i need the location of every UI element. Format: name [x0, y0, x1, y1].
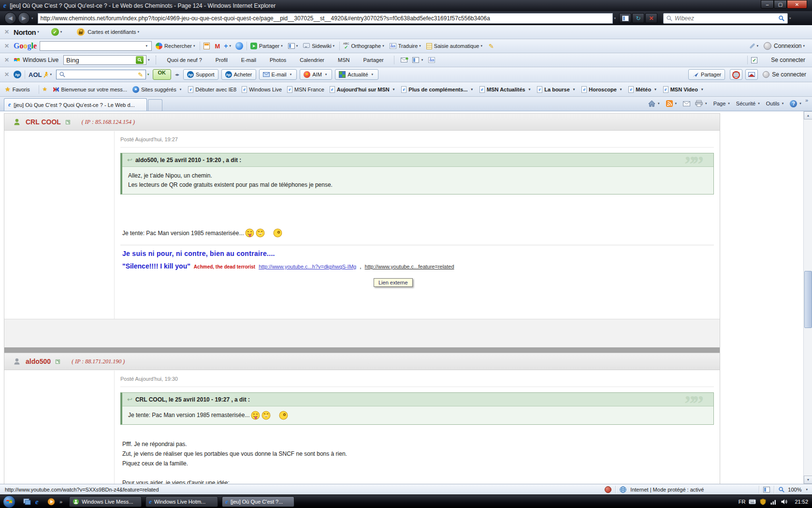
live-search-input[interactable]	[66, 57, 129, 64]
settings-caret[interactable]: ▾	[757, 44, 759, 48]
google-signin-caret[interactable]: ▾	[803, 44, 805, 48]
news-icon[interactable]	[203, 43, 210, 49]
add-gadget-caret[interactable]: ▾	[229, 44, 231, 48]
google-search-button[interactable]: Rechercher	[164, 43, 192, 49]
sidewiki-button[interactable]: Sidewiki	[312, 43, 331, 49]
read-mail-button[interactable]	[683, 97, 690, 110]
aol-mail-button[interactable]	[745, 69, 758, 80]
favorite-caret[interactable]: ▾	[654, 88, 656, 91]
settings-wrench-icon[interactable]	[749, 43, 755, 49]
aol-news-caret[interactable]: ▾	[372, 73, 374, 76]
feeds-button[interactable]: ▾	[666, 97, 679, 110]
aol-ok-button[interactable]: OK	[153, 69, 172, 80]
norton-close-icon[interactable]: ✕	[4, 29, 9, 35]
add-favorite-button[interactable]: ★	[43, 86, 47, 92]
live-link-whats-new[interactable]: Quoi de neuf ?	[167, 57, 202, 63]
close-button[interactable]: ✕	[787, 0, 807, 9]
hp-logo-icon[interactable]: hp	[14, 71, 21, 78]
favorite-item-addons[interactable]: ePlus de compléments...▾	[401, 86, 474, 93]
favorite-item-windows-live[interactable]: eWindows Live	[242, 86, 282, 93]
search-box[interactable]	[663, 13, 788, 24]
autofill-button[interactable]: Saisie automatique	[434, 43, 479, 49]
stop-button[interactable]: ✕	[645, 13, 657, 23]
scroll-down-button[interactable]: ▼	[804, 476, 812, 484]
share-icon[interactable]: ➤	[250, 43, 257, 49]
favorite-item-messenger[interactable]: Bienvenue sur votre mess...	[53, 86, 127, 93]
favorite-caret[interactable]: ▾	[393, 88, 395, 91]
aol-logo[interactable]: AOL	[29, 71, 42, 78]
spellcheck-caret[interactable]: ▾	[382, 44, 384, 48]
favorite-item-stocks[interactable]: eLa bourse▾	[537, 86, 576, 93]
active-tab[interactable]: e [jeu] Où Que C'est ? Quoi Qu'est-ce ? …	[4, 98, 147, 111]
compatibility-view-button[interactable]	[619, 13, 631, 23]
signature-link-1[interactable]: http://www.youtube.c...h?v=dkphwqS-IMg	[259, 264, 356, 269]
network-tray-icon[interactable]	[770, 498, 777, 505]
scroll-up-button[interactable]: ▲	[804, 111, 812, 120]
live-search-box[interactable]	[63, 55, 146, 65]
identity-safe-caret[interactable]: ▾	[138, 30, 140, 34]
zoom-magnifier-icon[interactable]	[778, 486, 785, 493]
aol-close-icon[interactable]: ✕	[4, 71, 9, 78]
highlighter-icon[interactable]: ✎	[489, 43, 494, 50]
favorite-caret[interactable]: ▾	[529, 88, 531, 91]
maximize-button[interactable]: ▢	[774, 0, 787, 9]
scrollbar-thumb[interactable]	[804, 271, 812, 328]
signature-link-2[interactable]: http://www.youtube.c...feature=related	[365, 264, 454, 269]
aol-blocker-button[interactable]	[730, 69, 742, 80]
live-translate-icon[interactable]: åa	[428, 57, 435, 63]
favorite-item-weather[interactable]: eMétéo▾	[628, 86, 657, 93]
aim-caret[interactable]: ▾	[325, 73, 327, 76]
favorite-item-ie8[interactable]: eDébuter avec IE8	[188, 86, 236, 93]
live-link-msn[interactable]: MSN	[338, 57, 349, 63]
quicklaunch-chevron-icon[interactable]: »	[59, 499, 62, 505]
aol-search-input[interactable]	[66, 71, 124, 78]
hp-support-button[interactable]: hpSupport	[183, 69, 218, 80]
safeweb-status-icon[interactable]	[605, 486, 611, 493]
aol-search-caret[interactable]: ▾	[147, 73, 149, 76]
google-share-button[interactable]: Partager	[259, 43, 279, 49]
google-search-caret[interactable]: ▾	[146, 44, 148, 48]
aol-email-caret[interactable]: ▾	[290, 73, 292, 76]
security-shield-icon[interactable]	[759, 498, 767, 505]
form-fill-caret[interactable]: ▾	[421, 58, 423, 62]
vertical-scrollbar[interactable]: ▲ ▼	[803, 111, 812, 484]
favorite-item-today-msn[interactable]: eAujourd'hui sur MSN▾	[330, 86, 396, 93]
aol-pencil-icon[interactable]: ✎	[138, 71, 143, 78]
favorite-item-horoscope[interactable]: eHoroscope▾	[581, 86, 623, 93]
zoom-caret[interactable]: ▾	[806, 488, 808, 492]
favorites-button[interactable]: ★ Favoris	[5, 86, 30, 93]
live-link-photos[interactable]: Photos	[270, 57, 286, 63]
volume-tray-icon[interactable]	[781, 498, 788, 505]
toolbar-splitter-icon[interactable]: ◂▸	[175, 72, 179, 77]
add-gadget-icon[interactable]: +	[224, 42, 228, 50]
home-button[interactable]: ▾	[648, 97, 661, 110]
norton-safeweb-icon[interactable]: ✓	[51, 28, 59, 36]
show-desktop-icon[interactable]	[23, 498, 31, 506]
taskbar-task-hotmail[interactable]: e Windows Live Hotm...	[145, 496, 218, 507]
post-author[interactable]: aldo500	[26, 358, 51, 365]
aol-email-button[interactable]: E-mail ▾	[259, 69, 297, 80]
favorite-caret[interactable]: ▾	[471, 88, 473, 91]
favorite-caret[interactable]: ▾	[573, 88, 575, 91]
aol-caret[interactable]: ▾	[50, 73, 52, 76]
favorite-caret[interactable]: ▾	[620, 88, 622, 91]
live-close-icon[interactable]: ✕	[4, 57, 9, 63]
favorite-item-msn-news[interactable]: eMSN Actualités▾	[479, 86, 532, 93]
address-bar[interactable]	[38, 13, 613, 24]
google-signin-link[interactable]: Connexion	[774, 43, 801, 49]
norton-safeweb-caret[interactable]: ▾	[60, 30, 62, 34]
identity-lock-icon[interactable]	[77, 28, 85, 36]
favorite-caret[interactable]: ▾	[701, 88, 703, 91]
keyboard-tray-icon[interactable]	[749, 498, 756, 505]
google-search-input[interactable]	[43, 43, 142, 50]
live-search-caret[interactable]: ▾	[148, 58, 150, 62]
new-tab-button[interactable]	[148, 99, 162, 111]
translate-caret[interactable]: ▾	[419, 44, 421, 48]
back-button[interactable]: ◀	[4, 12, 16, 24]
aol-search-box[interactable]: ✎	[56, 70, 146, 79]
norton-caret[interactable]: ▾	[37, 30, 39, 34]
taskbar-clock[interactable]: 21:52	[795, 499, 808, 505]
google-search-button-caret[interactable]: ▾	[193, 44, 195, 48]
home-caret[interactable]: ▾	[658, 102, 660, 105]
print-caret[interactable]: ▾	[705, 102, 707, 105]
